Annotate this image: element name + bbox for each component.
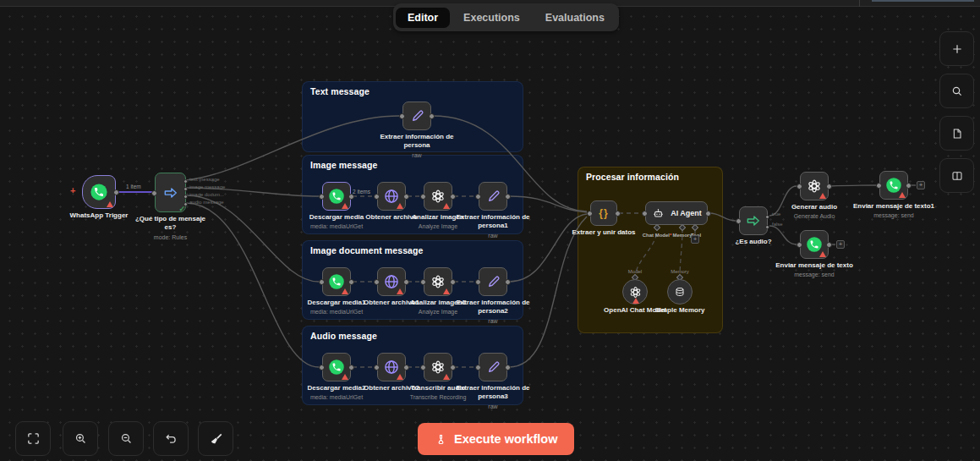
undo-button[interactable]: [153, 421, 189, 456]
warning-triangle-icon: [342, 203, 348, 209]
top-bar-accent-line: [872, 0, 974, 2]
tidy-up-button[interactable]: [198, 421, 233, 456]
node-simple-memory[interactable]: Simple Memory: [667, 279, 693, 305]
globe-icon: [383, 188, 400, 205]
whatsapp-icon: [328, 188, 345, 205]
warning-triangle-icon: [107, 201, 113, 207]
connections-switch-branches[interactable]: [186, 116, 399, 367]
port-label-memory: Memory: [672, 233, 692, 238]
whatsapp-icon: [328, 273, 345, 290]
whatsapp-icon: [328, 359, 345, 376]
warning-triangle-icon: [632, 298, 639, 304]
whatsapp-icon: [90, 183, 108, 201]
node-transcribir-audio[interactable]: Transcribir audioTranscribe Recording: [424, 353, 452, 381]
node-descargar-media2[interactable]: Descargar media2media: mediaUrlGet: [322, 353, 351, 381]
openai-icon: [430, 359, 446, 376]
warning-triangle-icon: [397, 374, 403, 380]
node-obtener-archivo1[interactable]: Obtener archivo1: [377, 267, 406, 296]
output-port[interactable]: [765, 225, 769, 229]
node-extraer-informacion-persona2[interactable]: Extraer información de persona2raw: [479, 267, 507, 296]
output-port[interactable]: [183, 202, 188, 206]
tab-editor[interactable]: Editor: [396, 8, 450, 28]
node-obtener-archivo[interactable]: Obtener archivo: [377, 182, 406, 211]
port-label-chat-model: Chat Model*: [643, 233, 672, 238]
node-extraer-informacion-persona3[interactable]: Extraer información de persona3raw: [479, 353, 507, 381]
pinned-data-marker: +: [70, 185, 75, 195]
node-extraer-informacion-persona1[interactable]: Extraer información de persona1raw: [479, 182, 507, 211]
code-braces-icon: {}: [599, 207, 608, 219]
node-extraer-y-unir-datos[interactable]: {} Extraer y unir datos: [590, 200, 617, 226]
pencil-icon: [485, 359, 501, 376]
execute-workflow-label: Execute workflow: [454, 432, 557, 446]
zoom-in-button[interactable]: [63, 421, 98, 456]
whatsapp-icon: [806, 236, 823, 253]
fit-view-button[interactable]: [15, 421, 51, 456]
document-icon: [950, 127, 964, 140]
zoom-out-button[interactable]: [108, 421, 144, 456]
globe-icon: [383, 273, 400, 290]
node-ai-agent[interactable]: AI Agent: [645, 201, 708, 225]
openai-icon: [628, 285, 643, 299]
panel-icon: [950, 169, 964, 183]
node-extraer-informacion-persona[interactable]: Extraer información de personaraw: [402, 102, 431, 130]
node-generar-audio[interactable]: Generar audioGenerate Audio: [800, 172, 829, 200]
node-openai-chat-model[interactable]: OpenAI Chat Model: [622, 279, 648, 305]
switch-arrow-icon: [745, 212, 762, 229]
whatsapp-icon: [885, 177, 902, 194]
warning-triangle-icon: [397, 288, 403, 294]
warning-triangle-icon: [443, 374, 450, 380]
node-enviar-mensaje-de-texto1[interactable]: Enviar mensaje de texto1message: send: [879, 171, 908, 200]
pencil-icon: [409, 108, 425, 124]
warning-triangle-icon: [397, 203, 403, 209]
view-tabs: Editor Executions Evaluations: [393, 3, 619, 31]
warning-triangle-icon: [342, 288, 348, 294]
search-button[interactable]: [939, 74, 974, 108]
node-analizar-imagen[interactable]: Analizar imagenAnalyze Image: [424, 182, 452, 211]
output-port[interactable]: [765, 215, 769, 219]
top-bar-divider: [859, 0, 860, 7]
switch-arrow-icon: [162, 184, 179, 201]
output-port[interactable]: [183, 179, 188, 184]
node-analizar-imagen1[interactable]: Analizar imagen1Analyze Image: [424, 267, 452, 296]
node-obtener-archivo2[interactable]: Obtener archivo2: [377, 353, 406, 381]
flask-icon: [435, 433, 447, 446]
connections-layer: [0, 0, 980, 461]
output-port[interactable]: [183, 195, 188, 199]
zoom-in-icon: [74, 431, 88, 446]
tidy-up-icon: [209, 431, 223, 446]
warning-triangle-icon: [443, 203, 450, 209]
plus-icon: [950, 42, 964, 56]
required-marker: *: [670, 233, 671, 238]
pencil-icon: [485, 274, 501, 290]
output-port[interactable]: [183, 187, 188, 191]
zoom-out-icon: [119, 431, 134, 446]
tab-executions[interactable]: Executions: [452, 8, 532, 28]
add-node-button[interactable]: +: [836, 240, 845, 249]
sticky-note-button[interactable]: [939, 116, 974, 151]
node-whatsapp-trigger[interactable]: WhatsApp Trigger: [82, 175, 116, 209]
add-node-button[interactable]: +: [917, 181, 925, 189]
connections-to-merge[interactable]: [433, 116, 587, 367]
execute-workflow-button[interactable]: Execute workflow: [418, 423, 574, 455]
add-tool-button[interactable]: +: [691, 235, 699, 244]
node-descargar-media1[interactable]: Descargar media1media: mediaUrlGet: [322, 267, 351, 296]
warning-triangle-icon: [443, 288, 450, 294]
warning-triangle-icon: [342, 374, 348, 380]
pencil-icon: [485, 189, 501, 205]
node-que-tipo-de-mensaje[interactable]: ✓ ¿Qué tipo de mensaje es? mode: Rules: [155, 173, 186, 212]
robot-icon: [651, 206, 665, 221]
warning-triangle-icon: [819, 251, 826, 257]
search-icon: [950, 85, 964, 98]
tab-evaluations[interactable]: Evaluations: [534, 8, 616, 28]
node-enviar-mensaje-de-texto[interactable]: Enviar mensaje de textomessage: send: [800, 230, 829, 259]
warning-triangle-icon: [899, 192, 906, 198]
openai-icon: [806, 178, 823, 195]
globe-icon: [383, 359, 400, 376]
node-title: AI Agent: [671, 209, 702, 217]
add-node-panel-button[interactable]: [939, 31, 974, 66]
node-descargar-media[interactable]: Descargar mediamedia: mediaUrlGet: [322, 182, 351, 211]
undo-icon: [164, 431, 178, 446]
openai-icon: [430, 188, 446, 205]
node-es-audio[interactable]: ¿Es audio?: [739, 206, 768, 235]
toggle-panel-button[interactable]: [939, 158, 974, 193]
